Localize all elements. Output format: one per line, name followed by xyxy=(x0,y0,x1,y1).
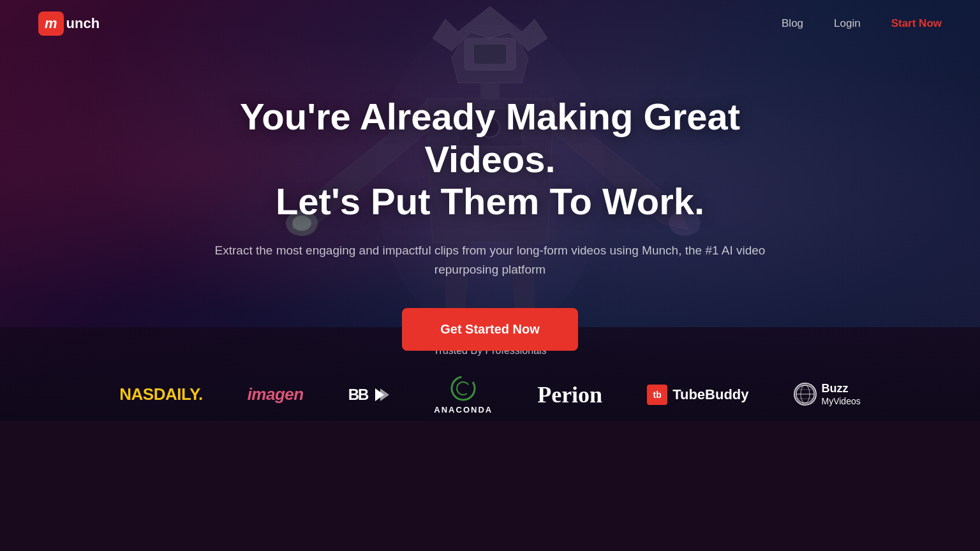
nasdaily-logo: NASDAILY. xyxy=(119,385,202,404)
imagen-text: imagen xyxy=(248,385,304,404)
navbar: m unch Blog Login Start Now xyxy=(0,0,980,47)
svg-marker-13 xyxy=(380,388,389,401)
hero-content: You're Already Making Great Videos. Let'… xyxy=(203,96,777,351)
anaconda-text: ANACONDA xyxy=(434,405,493,415)
nasdaily-text: NASDAILY. xyxy=(119,385,202,404)
hero-subtitle: Extract the most engaging and impactful … xyxy=(203,241,777,280)
logo-wordmark: unch xyxy=(66,15,100,32)
start-now-link[interactable]: Start Now xyxy=(891,17,942,30)
logos-row: NASDAILY. imagen BB xyxy=(0,374,980,421)
hero-title: You're Already Making Great Videos. Let'… xyxy=(203,96,777,223)
blog-link[interactable]: Blog xyxy=(782,17,803,30)
svg-point-14 xyxy=(449,374,477,402)
tubebuddy-text: TubeBuddy xyxy=(672,386,748,403)
get-started-button[interactable]: Get Started Now xyxy=(402,308,578,351)
tubebuddy-logo: tb TubeBuddy xyxy=(647,385,748,405)
logo-box: m xyxy=(38,11,64,36)
login-link[interactable]: Login xyxy=(834,17,861,30)
hero-title-line2: Let's Put Them To Work. xyxy=(276,180,704,222)
svg-point-15 xyxy=(455,379,472,397)
nav-links: Blog Login Start Now xyxy=(782,17,942,30)
logo-letter: m xyxy=(45,15,57,32)
imagen-logo: imagen xyxy=(248,385,304,404)
bbq-text: BB xyxy=(348,386,368,404)
tubebuddy-icon-text: tb xyxy=(653,390,662,400)
buzzmyvideos-globe-icon xyxy=(794,383,817,406)
perion-logo: Perion xyxy=(537,381,602,408)
hero-title-line1: You're Already Making Great Videos. xyxy=(240,96,740,180)
perion-text: Perion xyxy=(537,382,602,408)
buzzmyvideos-subtext: MyVideos xyxy=(822,396,861,407)
globe-svg xyxy=(795,383,815,406)
hero-section: m unch Blog Login Start Now You're Alrea… xyxy=(0,0,980,421)
anaconda-icon xyxy=(449,374,477,402)
tubebuddy-icon: tb xyxy=(647,385,667,405)
bbq-logo: BB xyxy=(348,385,390,404)
buzzmyvideos-text: BuzzMyVideos xyxy=(822,382,861,406)
anaconda-logo: ANACONDA xyxy=(434,374,493,415)
bbq-arrow-icon xyxy=(370,385,389,404)
anaconda-circle-wrapper xyxy=(449,374,477,402)
logo[interactable]: m unch xyxy=(38,11,100,36)
buzzmyvideos-logo: BuzzMyVideos xyxy=(794,382,861,406)
